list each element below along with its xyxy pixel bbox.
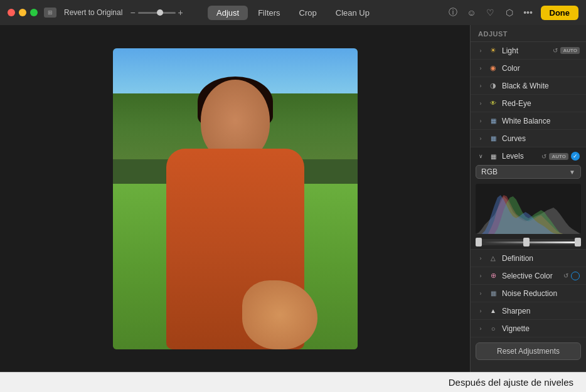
zoom-minus-button[interactable]: − xyxy=(130,8,135,18)
zoom-plus-button[interactable]: + xyxy=(178,8,183,18)
expand-arrow-sharpen[interactable]: › xyxy=(477,307,484,315)
person-body xyxy=(166,149,304,349)
curves-label: Curves xyxy=(502,134,580,143)
emoji-icon[interactable]: ☺ xyxy=(466,6,478,19)
expand-arrow-light[interactable]: › xyxy=(477,47,484,55)
tab-crop[interactable]: Crop xyxy=(290,6,326,20)
bw-label: Black & White xyxy=(502,82,580,90)
slider-thumb-left[interactable] xyxy=(476,238,482,246)
sel-color-label: Selective Color xyxy=(502,272,563,280)
adjust-item-light[interactable]: › ☀ Light ↺ AUTO xyxy=(471,42,586,60)
slider-thumb-mid[interactable] xyxy=(523,238,530,246)
fullscreen-button[interactable] xyxy=(30,9,38,16)
expand-arrow-noise[interactable]: › xyxy=(477,290,484,297)
bw-icon: ◑ xyxy=(488,81,498,91)
light-reset-icon[interactable]: ↺ xyxy=(553,47,558,54)
sun-icon: ☀ xyxy=(488,46,498,56)
wb-icon: ▦ xyxy=(488,116,498,126)
tab-adjust[interactable]: Adjust xyxy=(208,6,248,20)
adjust-item-color[interactable]: › ◉ Color xyxy=(471,60,586,77)
adjust-item-selective-color[interactable]: › ⊕ Selective Color ↺ xyxy=(471,267,586,285)
info-icon[interactable]: ⓘ xyxy=(447,6,459,19)
noise-label: Noise Reduction xyxy=(502,289,580,298)
light-label: Light xyxy=(502,46,553,55)
sel-color-badges: ↺ xyxy=(563,272,580,280)
adjust-item-curves[interactable]: › ▦ Curves xyxy=(471,130,586,147)
adjust-item-black-white[interactable]: › ◑ Black & White xyxy=(471,77,586,95)
levels-section: ∨ ▦ Levels ↺ AUTO ✓ RGB ▼ xyxy=(471,147,586,250)
light-badges: ↺ AUTO xyxy=(553,47,580,54)
color-label: Color xyxy=(502,64,580,73)
expand-arrow-levels[interactable]: ∨ xyxy=(477,152,484,160)
more-icon[interactable]: ••• xyxy=(522,6,535,19)
navigation-tabs: Adjust Filters Crop Clean Up xyxy=(208,6,378,20)
slider-thumb-right[interactable] xyxy=(575,238,581,246)
curves-icon: ▦ xyxy=(488,134,498,144)
reset-adjustments-button[interactable]: Reset Adjustments xyxy=(476,342,581,360)
zoom-control: − + xyxy=(130,8,183,18)
adjust-list: › ☀ Light ↺ AUTO › ◉ Color › ◑ Black & W… xyxy=(471,42,586,372)
levels-check-badge: ✓ xyxy=(571,152,580,161)
photo-scene xyxy=(113,48,358,349)
histogram-container xyxy=(476,184,581,234)
wb-label: White Balance xyxy=(502,117,580,125)
revert-button[interactable]: Revert to Original xyxy=(64,8,122,17)
expand-arrow-redeye[interactable]: › xyxy=(477,100,484,107)
noise-icon: ▦ xyxy=(488,289,498,299)
sel-color-icon: ⊕ xyxy=(488,271,498,281)
expand-arrow-color[interactable]: › xyxy=(477,65,484,72)
histogram-svg xyxy=(476,184,581,234)
person-layer xyxy=(147,80,323,349)
done-button[interactable]: Done xyxy=(541,6,579,20)
expand-arrow-bw[interactable]: › xyxy=(477,82,484,90)
photo-container xyxy=(113,48,358,349)
adjust-item-noise-reduction[interactable]: › ▦ Noise Reduction xyxy=(471,285,586,302)
expand-arrow-vignette[interactable]: › xyxy=(477,325,484,332)
right-panel: ADJUST › ☀ Light ↺ AUTO › ◉ Color › xyxy=(470,25,586,372)
sharpen-label: Sharpen xyxy=(502,307,580,315)
expand-arrow-definition[interactable]: › xyxy=(477,255,484,262)
expand-arrow-sel-color[interactable]: › xyxy=(477,272,484,280)
expand-arrow-wb[interactable]: › xyxy=(477,117,484,125)
photo-area xyxy=(0,25,470,372)
definition-label: Definition xyxy=(502,254,580,263)
toolbar-right: ⓘ ☺ ♡ ⬡ ••• Done xyxy=(447,6,579,20)
dropdown-arrow-icon: ▼ xyxy=(569,169,575,176)
color-icon: ◉ xyxy=(488,63,498,73)
close-button[interactable] xyxy=(8,9,15,16)
panel-header: ADJUST xyxy=(471,25,586,42)
adjust-item-white-balance[interactable]: › ▦ White Balance xyxy=(471,112,586,130)
tab-cleanup[interactable]: Clean Up xyxy=(327,6,378,20)
zoom-slider[interactable] xyxy=(138,12,176,14)
levels-dropdown[interactable]: RGB ▼ xyxy=(476,165,581,179)
caption-text: Después del ajuste de niveles xyxy=(449,377,573,388)
vignette-label: Vignette xyxy=(502,324,580,333)
sel-color-reset-icon[interactable]: ↺ xyxy=(563,272,568,279)
window-controls: ⊞ xyxy=(44,8,56,18)
titlebar: ⊞ Revert to Original − + Adjust Filters … xyxy=(0,0,586,25)
adjust-item-sharpen[interactable]: › ▲ Sharpen xyxy=(471,302,586,320)
traffic-lights xyxy=(8,9,38,16)
heart-icon[interactable]: ♡ xyxy=(484,6,497,19)
levels-label: Levels xyxy=(502,152,541,161)
vignette-icon: ○ xyxy=(488,324,498,334)
redeye-label: Red-Eye xyxy=(502,99,580,108)
adjust-item-vignette[interactable]: › ○ Vignette xyxy=(471,320,586,337)
minimize-button[interactable] xyxy=(19,9,26,16)
tab-filters[interactable]: Filters xyxy=(249,6,289,20)
adjust-item-definition[interactable]: › △ Definition xyxy=(471,250,586,267)
dog-shape xyxy=(242,280,317,349)
levels-auto-badge: AUTO xyxy=(549,153,568,160)
levels-dropdown-label: RGB xyxy=(481,167,498,176)
histogram-slider[interactable] xyxy=(476,239,581,245)
sel-color-circle-badge xyxy=(571,272,580,280)
adjust-item-red-eye[interactable]: › 👁 Red-Eye xyxy=(471,95,586,112)
share-icon[interactable]: ⬡ xyxy=(503,6,516,19)
redeye-icon: 👁 xyxy=(488,98,498,109)
zoom-thumb[interactable] xyxy=(157,9,163,16)
levels-badges: ↺ AUTO ✓ xyxy=(541,152,580,161)
levels-header[interactable]: ∨ ▦ Levels ↺ AUTO ✓ xyxy=(471,147,586,165)
expand-arrow-curves[interactable]: › xyxy=(477,135,484,142)
levels-reset-icon[interactable]: ↺ xyxy=(541,153,546,160)
window-ctrl-1[interactable]: ⊞ xyxy=(44,8,56,18)
